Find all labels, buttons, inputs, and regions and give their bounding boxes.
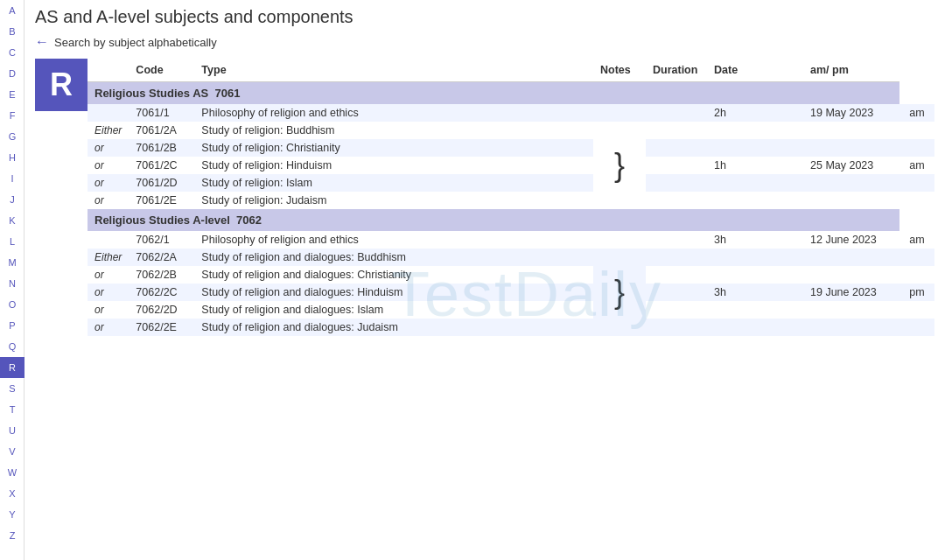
row-notes	[646, 139, 707, 157]
row-notes	[646, 266, 707, 284]
row-duration	[707, 248, 803, 266]
sidebar-letter-l[interactable]: L	[0, 231, 24, 252]
row-date	[803, 122, 900, 139]
row-type: Study of religion and dialogues: Islam	[194, 301, 593, 318]
row-duration: 3h	[707, 231, 803, 248]
sidebar-letter-w[interactable]: W	[0, 462, 24, 483]
row-ampm	[900, 174, 934, 192]
table-row: 7062/1Philosophy of religion and ethics3…	[88, 231, 934, 248]
sidebar-letter-u[interactable]: U	[0, 420, 24, 441]
row-either: or	[88, 157, 129, 174]
group-header-group-as: Religious Studies AS 7061	[88, 82, 934, 105]
main-content: AS and A-level subjects and components ←…	[24, 0, 945, 343]
row-either: Either	[88, 122, 129, 139]
row-code: 7062/1	[129, 231, 194, 248]
row-code: 7062/2C	[129, 284, 194, 301]
row-code: 7061/2A	[129, 122, 194, 139]
sidebar-letter-m[interactable]: M	[0, 252, 24, 273]
row-ampm	[900, 248, 934, 266]
sidebar-letter-d[interactable]: D	[0, 63, 24, 84]
row-date	[803, 139, 900, 157]
back-arrow-icon[interactable]: ←	[35, 34, 49, 50]
th-code: Code	[129, 59, 194, 82]
sidebar-letter-t[interactable]: T	[0, 399, 24, 420]
table-row: Either7062/2AStudy of religion and dialo…	[88, 248, 934, 266]
table-row: or7061/2BStudy of religion: Christianity	[88, 139, 934, 157]
sidebar-letter-c[interactable]: C	[0, 42, 24, 63]
row-either	[88, 231, 129, 248]
brace-icon: }	[593, 122, 646, 209]
row-either: or	[88, 139, 129, 157]
sidebar-letter-z[interactable]: Z	[0, 525, 24, 546]
sidebar-letter-f[interactable]: F	[0, 105, 24, 126]
sidebar-letter-b[interactable]: B	[0, 21, 24, 42]
row-date: 25 May 2023	[803, 157, 900, 174]
row-either: or	[88, 284, 129, 301]
alphabet-sidebar: ABCDEFGHIJKLMNOPQRSTUVWXYZ	[0, 0, 24, 560]
row-code: 7061/2E	[129, 192, 194, 209]
row-date	[803, 301, 900, 318]
row-code: 7061/2C	[129, 157, 194, 174]
table-row: or7062/2BStudy of religion and dialogues…	[88, 266, 934, 284]
row-code: 7061/2D	[129, 174, 194, 192]
sidebar-letter-p[interactable]: P	[0, 315, 24, 336]
search-bar[interactable]: ← Search by subject alphabetically	[35, 34, 934, 50]
row-ampm	[900, 266, 934, 284]
subjects-table: Code Type Notes Duration Date am/ pm Rel…	[88, 59, 934, 336]
sidebar-letter-a[interactable]: A	[0, 0, 24, 21]
sidebar-letter-r[interactable]: R	[0, 357, 24, 378]
table-row: or7061/2EStudy of religion: Judaism	[88, 192, 934, 209]
table-row: 7061/1Philosophy of religion and ethics2…	[88, 104, 934, 122]
sidebar-letter-s[interactable]: S	[0, 378, 24, 399]
row-type: Study of religion and dialogues: Christi…	[194, 266, 593, 284]
th-either	[88, 59, 129, 82]
row-either: Either	[88, 248, 129, 266]
page-title: AS and A-level subjects and components	[35, 7, 934, 27]
row-either: or	[88, 192, 129, 209]
row-date	[803, 174, 900, 192]
sidebar-letter-i[interactable]: I	[0, 168, 24, 189]
sidebar-letter-q[interactable]: Q	[0, 336, 24, 357]
row-date: 19 May 2023	[803, 104, 900, 122]
row-duration	[707, 192, 803, 209]
sidebar-letter-e[interactable]: E	[0, 84, 24, 105]
row-code: 7062/2E	[129, 318, 194, 336]
table-row: Either7061/2AStudy of religion: Buddhism…	[88, 122, 934, 139]
brace-icon: }	[593, 248, 646, 336]
row-type: Study of religion: Islam	[194, 174, 593, 192]
search-label: Search by subject alphabetically	[54, 36, 217, 49]
sidebar-letter-j[interactable]: J	[0, 189, 24, 210]
row-duration	[707, 174, 803, 192]
table-row: or7062/2DStudy of religion and dialogues…	[88, 301, 934, 318]
row-either: or	[88, 301, 129, 318]
sidebar-letter-n[interactable]: N	[0, 273, 24, 294]
table-row: or7061/2CStudy of religion: Hinduism1h25…	[88, 157, 934, 174]
row-duration: 1h	[707, 157, 803, 174]
row-type: Study of religion and dialogues: Judaism	[194, 318, 593, 336]
row-either: or	[88, 266, 129, 284]
row-notes	[646, 174, 707, 192]
row-notes	[646, 248, 707, 266]
row-notes	[646, 284, 707, 301]
sidebar-letter-x[interactable]: X	[0, 483, 24, 504]
row-date	[803, 318, 900, 336]
row-either: or	[88, 174, 129, 192]
group-header-group-alevel: Religious Studies A-level 7062	[88, 209, 934, 231]
letter-section: R Code Type Notes Duration Date am/ pm R…	[35, 59, 934, 336]
row-notes	[646, 157, 707, 174]
row-ampm	[900, 139, 934, 157]
sidebar-letter-h[interactable]: H	[0, 147, 24, 168]
sidebar-letter-v[interactable]: V	[0, 441, 24, 462]
sidebar-letter-o[interactable]: O	[0, 294, 24, 315]
row-notes	[646, 301, 707, 318]
row-type: Philosophy of religion and ethics	[194, 104, 593, 122]
sidebar-letter-k[interactable]: K	[0, 210, 24, 231]
table-row: or7062/2EStudy of religion and dialogues…	[88, 318, 934, 336]
row-duration: 3h	[707, 284, 803, 301]
sidebar-letter-y[interactable]: Y	[0, 504, 24, 525]
row-type: Study of religion and dialogues: Hinduis…	[194, 284, 593, 301]
row-ampm	[900, 122, 934, 139]
table-header-row: Code Type Notes Duration Date am/ pm	[88, 59, 934, 82]
row-ampm: am	[900, 104, 934, 122]
sidebar-letter-g[interactable]: G	[0, 126, 24, 147]
